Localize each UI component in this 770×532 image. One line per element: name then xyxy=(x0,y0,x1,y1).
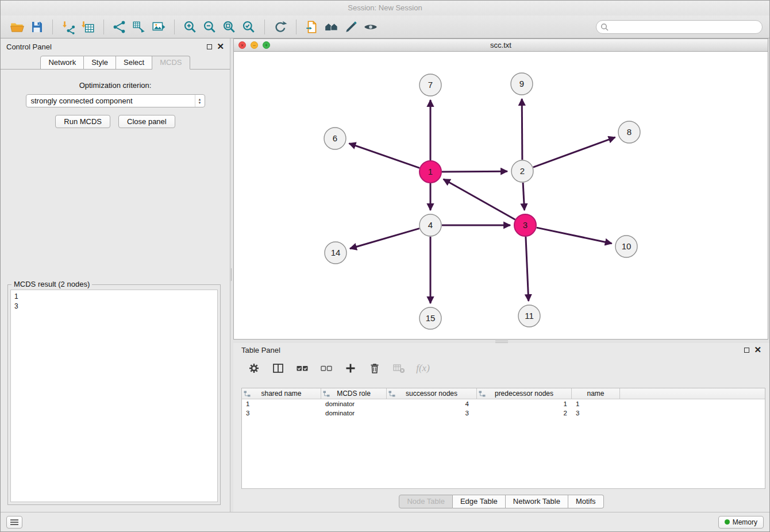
search-field xyxy=(596,20,763,34)
zoom-in-button[interactable] xyxy=(180,18,200,36)
cell-successor-nodes[interactable]: 4 xyxy=(387,399,477,408)
window-titlebar[interactable]: Session: New Session xyxy=(1,1,769,16)
control-panel-header: Control Panel ✕ xyxy=(1,38,230,55)
deselect-all-button[interactable] xyxy=(318,360,334,376)
tab-motifs[interactable]: Motifs xyxy=(568,495,604,508)
edge-3-10[interactable] xyxy=(537,228,612,244)
save-session-button[interactable] xyxy=(27,18,47,36)
network-window-titlebar[interactable]: × − + scc.txt xyxy=(234,39,768,52)
status-bar: Memory xyxy=(1,512,769,531)
cell-name[interactable]: 3 xyxy=(572,408,620,418)
search-icon xyxy=(600,22,609,32)
run-mcds-button[interactable]: Run MCDS xyxy=(55,115,110,128)
tab-select[interactable]: Select xyxy=(116,56,152,70)
edge-1-2[interactable] xyxy=(442,171,507,172)
zoom-selected-button[interactable] xyxy=(239,18,259,36)
mcds-result-title: MCDS result (2 nodes) xyxy=(11,280,92,288)
edge-3-11[interactable] xyxy=(526,237,529,301)
home-icon xyxy=(324,20,340,34)
task-history-button[interactable] xyxy=(6,516,22,529)
search-input[interactable] xyxy=(609,21,762,33)
home-button[interactable] xyxy=(322,18,341,36)
cell-name[interactable]: 1 xyxy=(572,399,620,408)
column-type-icon xyxy=(388,391,395,397)
open-folder-icon xyxy=(10,20,25,34)
column-type-icon xyxy=(323,391,330,397)
float-table-panel-icon[interactable] xyxy=(744,348,749,353)
tab-style[interactable]: Style xyxy=(84,56,116,70)
tab-network-table[interactable]: Network Table xyxy=(506,495,568,508)
column-header-shared-name[interactable]: shared name xyxy=(242,388,321,399)
import-table-button[interactable] xyxy=(78,18,98,36)
paintbrush-icon xyxy=(344,20,359,34)
minimize-window-icon[interactable]: − xyxy=(251,41,258,49)
zoom-window-icon[interactable]: + xyxy=(263,41,270,49)
show-columns-button[interactable] xyxy=(270,360,286,376)
zoom-in-icon xyxy=(183,20,198,34)
criterion-dropdown[interactable]: strongly connected component ▲▼ xyxy=(26,94,205,107)
apply-style-button[interactable] xyxy=(341,18,361,36)
close-table-panel-icon[interactable]: ✕ xyxy=(754,347,761,353)
add-column-button[interactable] xyxy=(342,360,359,376)
network-from-table-button[interactable] xyxy=(129,18,149,36)
refresh-button[interactable] xyxy=(271,18,290,36)
table-header-row: shared name MCDS role successor nodes pr… xyxy=(242,388,765,399)
network-canvas[interactable]: 7968124310141511 xyxy=(234,52,768,339)
node-label-11: 11 xyxy=(525,311,534,321)
function-builder-button[interactable]: f(x) xyxy=(415,360,431,376)
import-network-button[interactable] xyxy=(59,18,78,36)
cell-mcds-role[interactable]: dominator xyxy=(321,399,387,408)
tab-mcds[interactable]: MCDS xyxy=(152,56,190,70)
zoom-selected-icon xyxy=(241,20,256,34)
cell-predecessor-nodes[interactable]: 1 xyxy=(477,399,572,408)
node-label-3: 3 xyxy=(523,220,528,230)
float-panel-icon[interactable] xyxy=(207,44,212,49)
table-panel-header: Table Panel ✕ xyxy=(233,343,769,357)
edge-1-6[interactable] xyxy=(349,144,420,168)
column-header-predecessor-nodes[interactable]: predecessor nodes xyxy=(477,388,572,399)
zoom-out-icon xyxy=(202,20,217,34)
column-header-mcds-role[interactable]: MCDS role xyxy=(321,388,387,399)
import-network-icon xyxy=(61,20,76,34)
mcds-result-list[interactable]: 1 3 xyxy=(10,290,218,502)
memory-button[interactable]: Memory xyxy=(718,516,764,529)
cell-predecessor-nodes[interactable]: 2 xyxy=(477,408,572,418)
edge-4-14[interactable] xyxy=(350,229,419,249)
copy-style-button[interactable] xyxy=(302,18,322,36)
edge-3-1[interactable] xyxy=(444,179,515,219)
close-panel-button[interactable]: Close panel xyxy=(118,115,175,128)
cell-shared-name[interactable]: 3 xyxy=(242,408,321,418)
close-panel-icon[interactable]: ✕ xyxy=(217,44,224,49)
close-window-icon[interactable]: × xyxy=(238,41,246,49)
edge-2-9[interactable] xyxy=(522,99,522,160)
tab-edge-table[interactable]: Edge Table xyxy=(453,495,506,508)
edge-2-3[interactable] xyxy=(523,183,525,210)
table-row[interactable]: 1 dominator 4 1 1 xyxy=(242,399,765,408)
node-label-14: 14 xyxy=(331,248,341,257)
tab-network[interactable]: Network xyxy=(40,56,84,70)
zoom-out-button[interactable] xyxy=(200,18,220,36)
show-hide-button[interactable] xyxy=(361,18,380,36)
table-settings-button[interactable] xyxy=(246,360,262,376)
control-panel: Control Panel ✕ Network Style Select MCD… xyxy=(1,38,230,512)
tab-node-table[interactable]: Node Table xyxy=(399,495,453,508)
zoom-fit-button[interactable] xyxy=(220,18,239,36)
toolbar-separator xyxy=(264,20,265,34)
node-label-1: 1 xyxy=(428,167,433,176)
table-row[interactable]: 3 dominator 3 2 3 xyxy=(242,408,765,418)
cell-shared-name[interactable]: 1 xyxy=(242,399,321,408)
export-image-icon xyxy=(151,20,166,34)
node-label-10: 10 xyxy=(622,241,632,251)
new-network-button[interactable] xyxy=(110,18,129,36)
cell-successor-nodes[interactable]: 3 xyxy=(387,408,477,418)
cell-mcds-role[interactable]: dominator xyxy=(321,408,387,418)
node-table[interactable]: shared name MCDS role successor nodes pr… xyxy=(241,388,765,489)
delete-column-button[interactable] xyxy=(367,360,383,376)
select-all-button[interactable] xyxy=(294,360,310,376)
export-image-button[interactable] xyxy=(149,18,168,36)
column-header-name[interactable]: name xyxy=(572,388,620,399)
open-session-button[interactable] xyxy=(7,18,27,36)
edge-2-8[interactable] xyxy=(533,137,615,167)
column-header-successor-nodes[interactable]: successor nodes xyxy=(387,388,477,399)
delete-table-button[interactable] xyxy=(391,360,407,376)
